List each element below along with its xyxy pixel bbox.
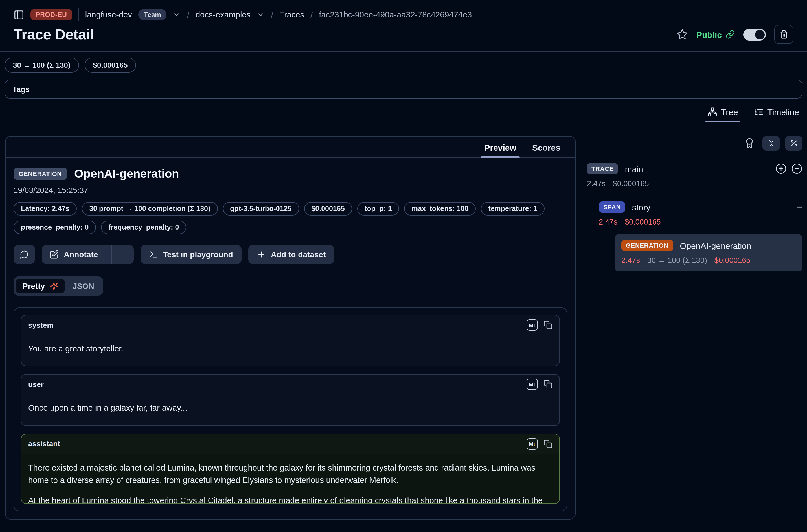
trace-tree-sidebar: TRACE main — [587, 136, 803, 528]
timeline-list-icon — [754, 107, 764, 117]
breadcrumb-org[interactable]: langfuse-dev — [85, 10, 132, 19]
toggle-knob — [755, 30, 765, 39]
assistant-paragraph: At the heart of Lumina stood the towerin… — [28, 494, 552, 504]
trace-metrics: 2.47s $0.000165 — [587, 179, 803, 188]
message-header: assistant M↓ — [21, 434, 559, 454]
tab-scores[interactable]: Scores — [532, 143, 560, 157]
trace-type-badge: TRACE — [587, 163, 618, 174]
test-in-playground-button[interactable]: Test in playground — [140, 245, 241, 264]
message-role-label: user — [28, 380, 44, 389]
breadcrumb-traces[interactable]: Traces — [279, 10, 304, 19]
plus-icon — [257, 250, 266, 259]
tree-controls — [587, 136, 803, 151]
message-assistant: assistant M↓ There ex — [21, 434, 560, 504]
content-area: Preview Scores GENERATION OpenAI-generat… — [0, 122, 807, 528]
tree-row-trace[interactable]: TRACE main — [587, 163, 803, 174]
divider — [78, 8, 79, 21]
temperature-badge: temperature: 1 — [481, 202, 545, 215]
copy-button[interactable] — [543, 380, 552, 389]
tree-row-span[interactable]: SPAN story − — [599, 202, 803, 213]
top-p-badge: top_p: 1 — [357, 202, 399, 215]
annotation-queue-button[interactable] — [744, 138, 755, 149]
frequency-penalty-badge: frequency_penalty: 0 — [101, 221, 186, 234]
tree-zoom-controls — [775, 163, 803, 174]
generation-metrics: 2.47s 30 → 100 (Σ 130) $0.000165 — [621, 256, 796, 265]
annotate-split-button: Annotate — [42, 245, 133, 264]
trace-stats: 30 → 100 (Σ 130) $0.000165 — [0, 52, 807, 76]
annotate-dropdown-button[interactable] — [116, 245, 133, 264]
public-label: Public — [696, 30, 722, 39]
org-plan-badge: Team — [138, 9, 167, 20]
message-content: You are a great storyteller. — [21, 335, 559, 366]
markdown-toggle-button[interactable]: M↓ — [527, 379, 538, 390]
trace-cost: $0.000165 — [613, 179, 649, 188]
view-tabs: Tree Timeline — [0, 99, 807, 122]
zoom-out-button[interactable] — [791, 163, 803, 174]
latency-badge: Latency: 2.47s — [14, 202, 77, 215]
annotate-button[interactable]: Annotate — [42, 245, 106, 264]
format-toggle: Pretty JSON — [14, 277, 103, 296]
message-user: user M↓ Once upon a time in a galaxy — [21, 374, 560, 426]
delete-trace-button[interactable] — [774, 25, 793, 44]
breadcrumb: PROD-EU langfuse-dev Team / docs-example… — [0, 0, 807, 23]
zoom-in-button[interactable] — [775, 163, 787, 174]
public-toggle[interactable] — [743, 28, 766, 40]
generation-type-badge: GENERATION — [621, 240, 673, 251]
tab-preview[interactable]: Preview — [484, 143, 516, 157]
token-breakdown-badge: 30 prompt → 100 completion (Σ 130) — [82, 202, 218, 215]
org-switcher-button[interactable] — [173, 11, 181, 19]
tree-row-generation-selected[interactable]: GENERATION OpenAI-generation 2.47s 30 → … — [615, 234, 803, 271]
show-percentages-button[interactable] — [785, 136, 803, 151]
tags-section[interactable]: Tags — [4, 79, 803, 99]
format-json-option[interactable]: JSON — [66, 279, 101, 293]
copy-button[interactable] — [543, 439, 552, 449]
project-switcher-button[interactable] — [257, 11, 265, 19]
message-role-label: system — [28, 321, 54, 329]
breadcrumb-project[interactable]: docs-examples — [195, 10, 250, 19]
divider — [111, 245, 111, 264]
message-role-label: assistant — [28, 440, 60, 448]
award-icon — [744, 138, 755, 149]
generation-latency: 2.47s — [621, 256, 640, 265]
markdown-toggle-button[interactable]: M↓ — [527, 438, 538, 450]
assistant-paragraph: There existed a majestic planet called L… — [28, 461, 552, 487]
chevron-down-icon — [173, 11, 181, 19]
collapse-all-button[interactable] — [763, 136, 780, 151]
markdown-toggle-button[interactable]: M↓ — [527, 319, 538, 330]
messages-container: system M↓ You are a great storytelle — [14, 307, 567, 511]
tags-label: Tags — [13, 85, 30, 94]
chevron-down-icon — [257, 11, 265, 19]
edit-pencil-icon — [50, 250, 59, 259]
terminal-icon — [149, 250, 158, 259]
add-to-dataset-button[interactable]: Add to dataset — [248, 245, 334, 264]
add-to-dataset-label: Add to dataset — [271, 250, 326, 259]
tab-tree[interactable]: Tree — [707, 107, 738, 122]
span-cost: $0.000165 — [625, 218, 661, 226]
message-system: system M↓ You are a great storytelle — [21, 315, 560, 366]
bookmark-star-button[interactable] — [677, 29, 688, 40]
message-header: system M↓ — [21, 315, 559, 335]
title-actions: Public — [677, 25, 793, 44]
format-pretty-option[interactable]: Pretty — [16, 279, 64, 293]
tab-tree-label: Tree — [721, 107, 738, 117]
breadcrumb-trace-id: fac231bc-90ee-490a-aa32-78c4269474e3 — [319, 10, 472, 19]
max-tokens-badge: max_tokens: 100 — [404, 202, 476, 215]
observation-header: GENERATION OpenAI-generation — [14, 167, 567, 180]
message-content: There existed a majestic planet called L… — [21, 454, 559, 504]
span-metrics: 2.47s $0.000165 — [599, 218, 803, 226]
span-latency: 2.47s — [599, 218, 617, 226]
trace-name: main — [625, 164, 643, 173]
public-share-link[interactable]: Public — [696, 30, 735, 39]
copy-button[interactable] — [543, 320, 552, 329]
title-row: Trace Detail Public — [0, 23, 807, 51]
comment-button[interactable] — [14, 245, 35, 264]
collapse-node-button[interactable]: − — [796, 202, 803, 212]
observation-name: OpenAI-generation — [74, 167, 179, 180]
tab-timeline[interactable]: Timeline — [754, 107, 799, 122]
generation-tokens: 30 → 100 (Σ 130) — [647, 256, 707, 265]
sparkles-icon — [50, 282, 58, 290]
observation-type-badge: GENERATION — [14, 168, 67, 180]
star-icon — [677, 29, 688, 40]
sidebar-toggle-button[interactable] — [14, 9, 24, 20]
breadcrumb-separator: / — [187, 10, 189, 19]
